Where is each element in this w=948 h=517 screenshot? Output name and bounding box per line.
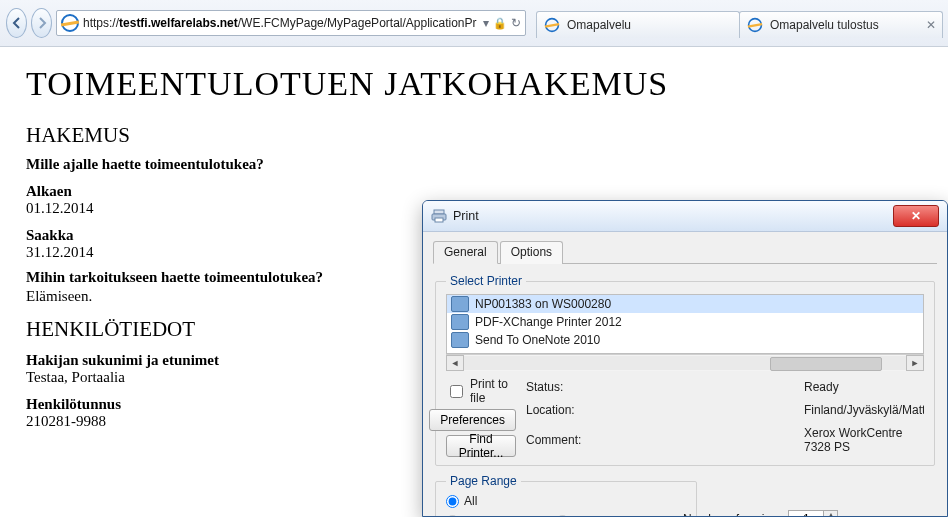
lock-icon: 🔒 bbox=[493, 17, 507, 30]
print-to-file-label: Print to file bbox=[470, 377, 516, 405]
scroll-right-icon[interactable]: ► bbox=[906, 355, 924, 371]
group-select-printer: Select Printer NP001383 on WS000280 PDF-… bbox=[435, 274, 935, 466]
printer-list[interactable]: NP001383 on WS000280 PDF-XChange Printer… bbox=[446, 294, 924, 354]
tab-general[interactable]: General bbox=[433, 241, 498, 264]
forward-button[interactable] bbox=[31, 8, 52, 38]
print-to-file-checkbox[interactable]: Print to file bbox=[446, 377, 516, 405]
printer-icon bbox=[431, 208, 447, 224]
printer-icon bbox=[451, 296, 469, 312]
printer-icon bbox=[451, 314, 469, 330]
close-icon: ✕ bbox=[911, 209, 921, 223]
printer-name: Send To OneNote 2010 bbox=[475, 333, 600, 347]
url-text: https://testfi.welfarelabs.net/WE.FCMyPa… bbox=[83, 16, 479, 30]
tab-options[interactable]: Options bbox=[500, 241, 563, 264]
legend-page-range: Page Range bbox=[446, 474, 521, 488]
section-hakemus: HAKEMUS bbox=[26, 123, 922, 148]
print-dialog: Print ✕ General Options Select Printer N… bbox=[422, 200, 948, 517]
copies-stepper[interactable]: ▲ ▼ bbox=[788, 510, 838, 518]
page-title: TOIMEENTULOTUEN JATKOHAKEMUS bbox=[26, 65, 922, 103]
close-tab-icon[interactable]: ✕ bbox=[926, 18, 936, 32]
label-location: Location: bbox=[526, 403, 794, 417]
ie-icon bbox=[748, 18, 762, 32]
print-to-file-input[interactable] bbox=[450, 385, 463, 398]
scroll-track[interactable] bbox=[464, 356, 906, 370]
label-comment: Comment: bbox=[526, 433, 794, 447]
svg-rect-0 bbox=[434, 210, 444, 214]
dialog-close-button[interactable]: ✕ bbox=[893, 205, 939, 227]
scroll-left-icon[interactable]: ◄ bbox=[446, 355, 464, 371]
tab-omapalvelu[interactable]: Omapalvelu bbox=[536, 11, 740, 38]
printer-list-scrollbar[interactable]: ◄ ► bbox=[446, 354, 924, 371]
printer-name: PDF-XChange Printer 2012 bbox=[475, 315, 622, 329]
browser-toolbar: https://testfi.welfarelabs.net/WE.FCMyPa… bbox=[0, 0, 948, 47]
ie-icon bbox=[545, 18, 559, 32]
radio-all[interactable]: All bbox=[446, 494, 556, 508]
value-comment: Xerox WorkCentre 7328 PS bbox=[804, 426, 924, 454]
arrow-right-icon bbox=[36, 17, 48, 29]
preferences-button[interactable]: Preferences bbox=[429, 409, 516, 431]
printer-item[interactable]: Send To OneNote 2010 bbox=[447, 331, 923, 349]
value-status: Ready bbox=[804, 380, 924, 394]
address-bar[interactable]: https://testfi.welfarelabs.net/WE.FCMyPa… bbox=[56, 10, 526, 36]
label-copies: Number of copies: bbox=[683, 512, 780, 518]
dialog-title-text: Print bbox=[453, 209, 479, 223]
find-printer-button[interactable]: Find Printer... bbox=[446, 435, 516, 457]
back-button[interactable] bbox=[6, 8, 27, 38]
tab-label: Omapalvelu bbox=[567, 18, 631, 32]
dialog-titlebar[interactable]: Print ✕ bbox=[423, 201, 947, 232]
printer-name: NP001383 on WS000280 bbox=[475, 297, 611, 311]
printer-icon bbox=[451, 332, 469, 348]
label-alkaen: Alkaen bbox=[26, 183, 922, 200]
radio-all-label: All bbox=[464, 494, 477, 508]
printer-item[interactable]: PDF-XChange Printer 2012 bbox=[447, 313, 923, 331]
question-period: Mille ajalle haette toimeentulotukea? bbox=[26, 156, 922, 173]
legend-select-printer: Select Printer bbox=[446, 274, 526, 288]
tab-tulostus[interactable]: Omapalvelu tulostus ✕ bbox=[739, 11, 943, 38]
refresh-icon[interactable]: ↻ bbox=[511, 16, 521, 30]
label-status: Status: bbox=[526, 380, 794, 394]
copies-input[interactable] bbox=[789, 511, 823, 518]
value-location: Finland/Jyväskylä/Mattilanniemi 6/Floor … bbox=[804, 403, 924, 417]
tab-label: Omapalvelu tulostus bbox=[770, 18, 879, 32]
svg-rect-2 bbox=[435, 218, 443, 222]
printer-item[interactable]: NP001383 on WS000280 bbox=[447, 295, 923, 313]
scroll-thumb[interactable] bbox=[770, 357, 882, 371]
spin-up-icon[interactable]: ▲ bbox=[823, 511, 837, 518]
ie-icon bbox=[61, 14, 79, 32]
group-page-range: Page Range All Selection bbox=[435, 474, 697, 517]
dialog-tabstrip: General Options bbox=[433, 240, 937, 264]
arrow-left-icon bbox=[11, 17, 23, 29]
dropdown-icon[interactable]: ▾ bbox=[483, 16, 489, 30]
browser-tabs: Omapalvelu Omapalvelu tulostus ✕ bbox=[536, 8, 942, 38]
radio-all-input[interactable] bbox=[446, 495, 459, 508]
